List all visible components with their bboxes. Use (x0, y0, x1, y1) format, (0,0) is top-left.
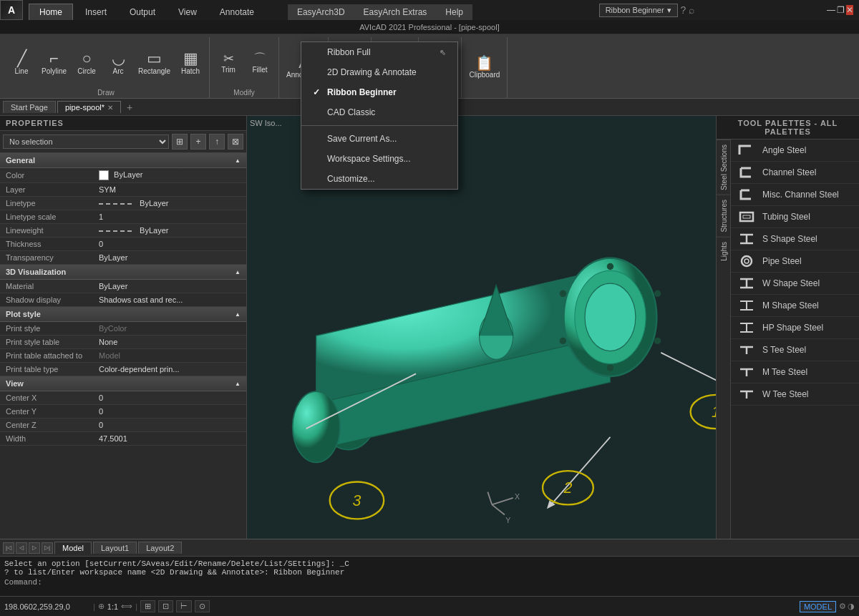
ws-menu-cad-classic[interactable]: CAD Classic (301, 102, 457, 122)
prop-print-style: Print style ByColor (0, 322, 246, 336)
palette-item-pipe-steel[interactable]: Pipe Steel (731, 250, 859, 273)
line-tool[interactable]: ╱ Line (7, 49, 36, 77)
prop-color: Color ByLayer (0, 168, 246, 183)
grid-toggle[interactable]: ⊞ (140, 600, 155, 612)
tab-help[interactable]: Help (436, 4, 472, 20)
status-icon-2[interactable]: ◑ (848, 602, 855, 611)
ws-menu-workspace-settings[interactable]: Workspace Settings... (301, 149, 457, 169)
model-tab[interactable]: Model (54, 542, 92, 554)
palette-item-tubing-steel[interactable]: Tubing Steel (731, 206, 859, 228)
trim-tool[interactable]: ✂ Trim (214, 50, 243, 76)
search-icon[interactable]: ⌕ (689, 4, 694, 16)
palette-item-angle-steel[interactable]: Angle Steel (731, 140, 859, 162)
coordinates-display: 198.0602,259.29,0 (4, 602, 90, 611)
nav-icon[interactable]: ⊕ (98, 602, 105, 611)
props-select-btn3[interactable]: ↑ (209, 134, 225, 150)
layout-tab-bar: |◁ ◁ ▷ ▷| Model Layout1 Layout2 (0, 539, 859, 556)
palette-item-channel-steel[interactable]: Channel Steel (731, 162, 859, 184)
command-history-line1: Select an option [setCurrent/SAveas/Edit… (4, 559, 855, 568)
arc-tool[interactable]: ◡ Arc (104, 49, 132, 77)
props-select-btn2[interactable]: + (190, 134, 206, 150)
ws-menu-ribbon-beginner[interactable]: ✓ Ribbon Beginner (301, 82, 457, 102)
svg-point-6 (654, 290, 661, 297)
selection-row: No selection ⊞ + ↑ ⊠ (0, 131, 246, 153)
tab-last-button[interactable]: ▷| (42, 542, 53, 554)
tab-easyarch-extras[interactable]: EasyArch Extras (354, 4, 437, 20)
polyline-tool[interactable]: ⌐ Polyline (39, 49, 69, 77)
circle-tool[interactable]: ○ Circle (72, 49, 101, 77)
scale-display: 1:1 (107, 602, 118, 611)
command-input[interactable] (45, 578, 855, 587)
svg-rect-30 (740, 212, 753, 221)
ws-menu-ribbon-full[interactable]: Ribbon Full ⇖ (301, 42, 457, 62)
help-icon[interactable]: ? (681, 4, 686, 16)
svg-text:Y: Y (505, 516, 510, 524)
status-bar: 198.0602,259.29,0 | ⊕ 1:1 ⟺ | ⊞ ⊡ ⊢ ⊙ MO… (0, 596, 859, 616)
palette-item-m-shape[interactable]: M Shape Steel (731, 295, 859, 317)
status-icon-1[interactable]: ⚙ (839, 602, 846, 611)
tab-view[interactable]: View (168, 4, 208, 20)
palette-item-s-tee[interactable]: S Tee Steel (731, 339, 859, 361)
fillet-tool[interactable]: ⌒ Fillet (246, 50, 274, 76)
draw-group-label: Draw (97, 89, 114, 98)
svg-point-5 (607, 364, 613, 371)
view-section-header[interactable]: View ▲ (0, 376, 246, 391)
svg-point-9 (560, 338, 566, 344)
steel-sections-tab[interactable]: Steel Sections (717, 140, 730, 195)
svg-point-36 (744, 259, 749, 263)
new-tab-button[interactable]: + (122, 100, 137, 114)
layout1-tab[interactable]: Layout1 (93, 542, 137, 554)
svg-line-25 (487, 492, 492, 505)
general-section-header[interactable]: General ▲ (0, 153, 246, 168)
close-button[interactable]: ✕ (846, 5, 853, 15)
snap-toggle[interactable]: ⊡ (158, 600, 173, 612)
tab-next-button[interactable]: ▷ (29, 542, 40, 554)
minimize-button[interactable]: — (827, 5, 835, 15)
maximize-button[interactable]: ❐ (837, 5, 845, 15)
svg-text:1: 1 (712, 404, 716, 421)
ortho-toggle[interactable]: ⊢ (176, 600, 192, 612)
svg-point-8 (654, 338, 661, 344)
scale-icon[interactable]: ⟺ (121, 602, 132, 611)
polar-toggle[interactable]: ⊙ (195, 600, 210, 612)
tab-home[interactable]: Home (29, 4, 73, 20)
ws-menu-2d-drawing[interactable]: 2D Drawing & Annotate (301, 62, 457, 82)
tab-close-icon[interactable]: ✕ (107, 104, 113, 112)
pipe-spool-tab[interactable]: pipe-spool* ✕ (57, 101, 121, 113)
props-select-btn1[interactable]: ⊞ (172, 134, 188, 150)
properties-title: PROPERTIES (0, 116, 246, 131)
svg-line-24 (492, 504, 505, 514)
app-logo: A (0, 0, 23, 20)
clipboard-tool[interactable]: 📋 Clipboard (466, 54, 503, 81)
palette-item-w-tee[interactable]: W Tee Steel (731, 383, 859, 406)
palette-item-misc-channel[interactable]: Misc. Channel Steel (731, 184, 859, 206)
lights-tab[interactable]: Lights (717, 237, 730, 265)
tab-prev-button[interactable]: ◁ (16, 542, 27, 554)
ws-menu-save-current[interactable]: Save Current As... (301, 129, 457, 149)
layout2-tab[interactable]: Layout2 (138, 542, 182, 554)
tab-output[interactable]: Output (119, 4, 166, 20)
prop-width: Width 47.5001 (0, 432, 246, 446)
ws-menu-customize[interactable]: Customize... (301, 169, 457, 189)
palette-item-w-shape[interactable]: W Shape Steel (731, 273, 859, 295)
palette-item-hp-shape[interactable]: HP Shape Steel (731, 317, 859, 339)
props-select-btn4[interactable]: ⊠ (228, 134, 243, 150)
visualization-section-header[interactable]: 3D Visualization ▲ (0, 265, 246, 280)
palette-item-s-shape[interactable]: S Shape Steel (731, 228, 859, 250)
rectangle-tool[interactable]: ▭ Rectangle (135, 49, 173, 77)
prop-print-style-table: Print style table None (0, 336, 246, 349)
tab-first-button[interactable]: |◁ (3, 542, 14, 554)
workspace-selector[interactable]: Ribbon Beginner ▾ (599, 4, 678, 17)
ws-menu-separator (301, 125, 457, 126)
hatch-tool[interactable]: ▦ Hatch (176, 49, 205, 77)
prop-center-z: Center Z 0 (0, 419, 246, 432)
tab-annotate[interactable]: Annotate (209, 4, 265, 20)
tab-insert[interactable]: Insert (74, 4, 117, 20)
structures-tab[interactable]: Structures (717, 195, 730, 237)
selection-dropdown[interactable]: No selection (3, 135, 169, 149)
start-page-tab[interactable]: Start Page (3, 101, 56, 113)
palette-item-m-tee[interactable]: M Tee Steel (731, 361, 859, 383)
model-toggle[interactable]: MODEL (800, 601, 836, 612)
plotstyle-section-header[interactable]: Plot style ▲ (0, 307, 246, 322)
tab-easyarch3d[interactable]: EasyArch3D (288, 4, 354, 20)
